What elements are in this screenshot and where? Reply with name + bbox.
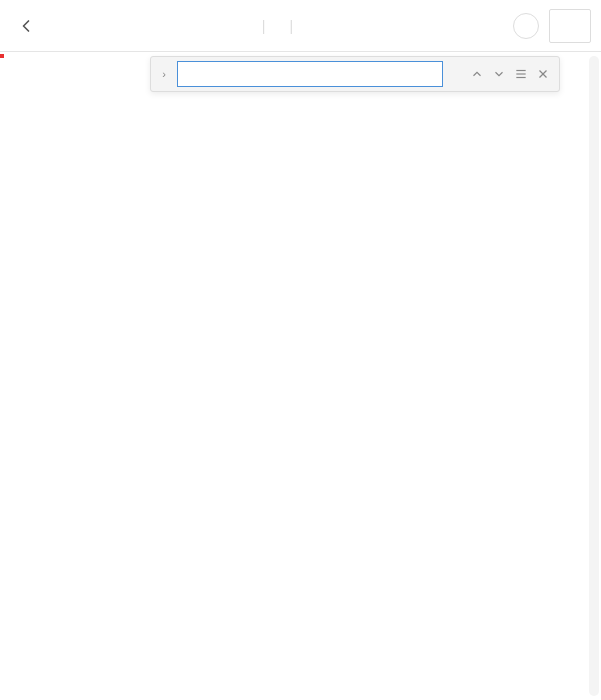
find-next-button[interactable] (489, 64, 509, 84)
arrow-left-icon (16, 16, 36, 36)
find-close-button[interactable] (533, 64, 553, 84)
tab-css[interactable] (270, 22, 286, 30)
annotation-dashed-box (0, 54, 4, 58)
find-match-case-button[interactable] (381, 65, 399, 83)
tab-upload[interactable] (297, 22, 313, 30)
top-toolbar: | | (0, 0, 601, 52)
find-bar: › (150, 56, 560, 92)
code-view[interactable] (0, 52, 601, 54)
find-actions (467, 64, 553, 84)
list-icon (514, 67, 528, 81)
editor-area: › (0, 52, 601, 700)
find-regex-button[interactable] (421, 65, 439, 83)
apply-button[interactable] (549, 9, 591, 43)
tab-separator: | (290, 18, 294, 34)
arrow-down-icon (492, 67, 506, 81)
help-button[interactable] (513, 13, 539, 39)
find-replace-toggle[interactable]: › (157, 68, 171, 80)
tab-separator: | (262, 18, 266, 34)
find-input-wrap (177, 61, 443, 87)
arrow-up-icon (470, 67, 484, 81)
tab-bar: | | (42, 18, 513, 34)
back-button[interactable] (10, 10, 42, 42)
find-prev-button[interactable] (467, 64, 487, 84)
vertical-scrollbar-track[interactable] (589, 56, 599, 696)
close-icon (536, 67, 550, 81)
tab-html[interactable] (242, 22, 258, 30)
find-whole-word-button[interactable] (401, 65, 419, 83)
find-options (381, 65, 439, 83)
find-selection-button[interactable] (511, 64, 531, 84)
